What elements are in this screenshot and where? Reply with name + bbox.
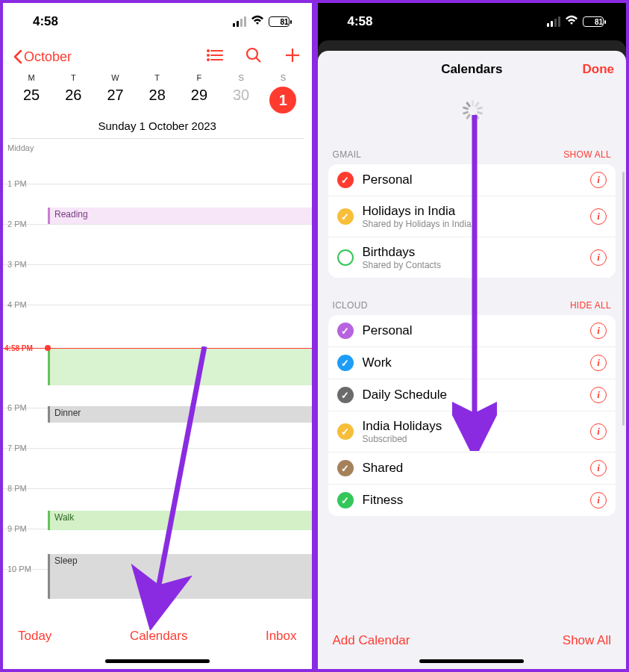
- home-indicator[interactable]: [105, 659, 210, 663]
- today-button[interactable]: Today: [18, 629, 51, 644]
- date-cell[interactable]: 25: [10, 87, 52, 113]
- hour-label: 7 PM: [7, 444, 27, 452]
- day-timeline[interactable]: Midday 1 PM 2 PM 3 PM 4 PM 6 PM 7 PM 8 P…: [3, 139, 312, 617]
- wifi-icon: [251, 15, 264, 28]
- calendar-list-scroll[interactable]: GMAIL SHOW ALL PersonaliHolidays in Indi…: [318, 127, 627, 623]
- dow: T: [52, 73, 94, 82]
- nav-icon-group: [206, 46, 301, 67]
- dow: S: [262, 73, 304, 82]
- calendar-name: Holidays in India: [363, 204, 582, 219]
- inbox-button[interactable]: Inbox: [266, 629, 297, 644]
- svg-point-6: [247, 49, 257, 59]
- back-button[interactable]: October: [13, 49, 72, 65]
- dow: F: [178, 73, 220, 82]
- date-cell[interactable]: 26: [52, 87, 94, 113]
- calendar-checkmark-icon[interactable]: [337, 423, 354, 440]
- calendar-checkmark-icon[interactable]: [337, 172, 354, 188]
- calendar-name: Fitness: [363, 493, 582, 508]
- calendar-name: India Holidays: [363, 419, 582, 434]
- calendar-row[interactable]: Personali: [328, 164, 616, 196]
- show-all-button[interactable]: SHOW ALL: [563, 149, 611, 160]
- calendar-info-icon[interactable]: i: [590, 249, 607, 266]
- date-cell[interactable]: 29: [178, 87, 220, 113]
- svg-point-5: [207, 59, 209, 60]
- status-bar: 4:58 81: [318, 3, 627, 40]
- section-label: GMAIL: [333, 149, 362, 160]
- svg-point-4: [207, 55, 209, 56]
- phone-calendars-sheet: 4:58 81 Calendars Done GMAIL SHOW ALL Pe…: [315, 0, 630, 672]
- loading-spinner-icon: [461, 100, 482, 121]
- date-cell[interactable]: 27: [94, 87, 136, 113]
- calendar-name: Daily Schedule: [363, 388, 582, 402]
- calendar-subtitle: Shared by Holidays in India: [363, 219, 582, 229]
- section-header-gmail: GMAIL SHOW ALL: [328, 127, 616, 164]
- hour-label: 9 PM: [7, 524, 27, 533]
- calendar-row[interactable]: Personali: [328, 315, 616, 347]
- midday-label: Midday: [7, 143, 34, 152]
- hour-label: 1 PM: [7, 179, 27, 188]
- calendar-info-icon[interactable]: i: [590, 460, 607, 476]
- calendars-sheet: Calendars Done GMAIL SHOW ALL PersonaliH…: [318, 51, 627, 669]
- sheet-title: Calendars: [441, 62, 502, 77]
- calendar-checkmark-icon[interactable]: [337, 492, 354, 508]
- show-all-calendars-button[interactable]: Show All: [563, 633, 611, 648]
- calendar-row[interactable]: Worki: [328, 347, 616, 379]
- wifi-icon: [565, 15, 578, 28]
- calendar-checkmark-icon[interactable]: [337, 460, 354, 476]
- calendar-row[interactable]: Fitnessi: [328, 485, 616, 516]
- list-view-icon[interactable]: [206, 46, 224, 67]
- status-time: 4:58: [348, 14, 373, 29]
- date-cell[interactable]: 30: [220, 87, 262, 113]
- calendar-row[interactable]: BirthdaysShared by Contactsi: [328, 237, 616, 278]
- event-block[interactable]: Sleep: [48, 554, 312, 599]
- calendar-info-icon[interactable]: i: [590, 423, 607, 440]
- calendars-button[interactable]: Calendars: [130, 629, 188, 644]
- calendar-checkmark-icon[interactable]: [337, 355, 354, 371]
- event-block[interactable]: Dinner: [48, 406, 312, 423]
- calendar-info-icon[interactable]: i: [590, 492, 607, 508]
- event-block[interactable]: Walk: [48, 511, 312, 530]
- date-cell-selected[interactable]: 1: [262, 87, 304, 113]
- calendar-checkmark-icon[interactable]: [337, 323, 354, 339]
- icloud-calendars-card: PersonaliWorkiDaily ScheduleiIndia Holid…: [328, 315, 616, 516]
- calendar-name: Work: [363, 355, 582, 370]
- dates-row: 25 26 27 28 29 30 1: [10, 87, 304, 113]
- add-event-icon[interactable]: [284, 46, 301, 67]
- hour-label: 4 PM: [7, 300, 27, 309]
- sheet-header: Calendars Done: [318, 51, 627, 88]
- event-block[interactable]: Reading: [48, 208, 312, 224]
- back-label: October: [24, 49, 72, 65]
- calendar-info-icon[interactable]: i: [590, 323, 607, 339]
- date-cell[interactable]: 28: [137, 87, 178, 113]
- calendar-info-icon[interactable]: i: [590, 208, 607, 225]
- hour-label: 2 PM: [7, 220, 27, 228]
- hide-all-button[interactable]: HIDE ALL: [570, 300, 611, 311]
- status-bar: 4:58 81: [3, 3, 312, 40]
- status-right-cluster: 81: [547, 15, 604, 28]
- calendar-subtitle: Subscribed: [363, 434, 582, 444]
- calendar-row[interactable]: Daily Schedulei: [328, 379, 616, 411]
- calendar-row[interactable]: India HolidaysSubscribedi: [328, 411, 616, 452]
- calendar-name: Shared: [363, 461, 582, 476]
- status-time: 4:58: [33, 14, 58, 29]
- dow: W: [94, 73, 136, 82]
- dow: S: [220, 73, 262, 82]
- event-block-current[interactable]: [48, 348, 312, 385]
- battery-icon: 81: [583, 16, 604, 27]
- calendar-row[interactable]: Sharedi: [328, 452, 616, 485]
- calendar-row[interactable]: Holidays in IndiaShared by Holidays in I…: [328, 196, 616, 237]
- current-time-label: 4:58 PM: [4, 344, 33, 352]
- calendar-info-icon[interactable]: i: [590, 387, 607, 403]
- calendar-info-icon[interactable]: i: [590, 172, 607, 188]
- calendar-checkmark-icon[interactable]: [337, 387, 354, 403]
- svg-point-3: [207, 50, 209, 52]
- hour-label: 10 PM: [7, 564, 31, 573]
- search-icon[interactable]: [245, 46, 263, 67]
- calendar-checkmark-icon[interactable]: [337, 208, 354, 225]
- home-indicator[interactable]: [419, 659, 524, 663]
- done-button[interactable]: Done: [583, 62, 615, 77]
- calendar-checkmark-icon[interactable]: [337, 249, 354, 266]
- add-calendar-button[interactable]: Add Calendar: [333, 633, 410, 648]
- calendar-info-icon[interactable]: i: [590, 355, 607, 371]
- scroll-indicator: [622, 172, 625, 426]
